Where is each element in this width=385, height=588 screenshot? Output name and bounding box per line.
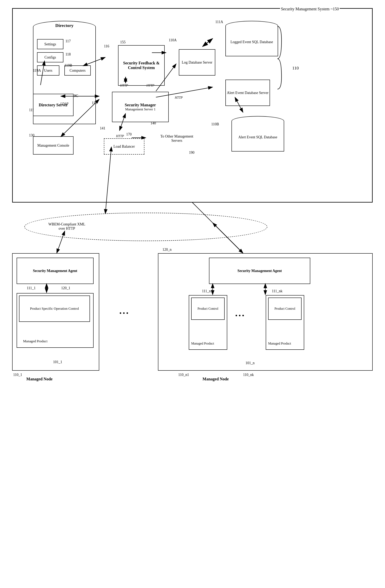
label-190: 190 — [189, 150, 194, 155]
sms-label: Security Management System ~150 — [280, 7, 340, 11]
security-manager-box: Security Manager Management Server 1 — [112, 92, 169, 122]
label-110: 110 — [292, 65, 299, 71]
label-110b: 110B — [211, 122, 219, 126]
product-control-1-outer: Product Control Managed Product — [189, 295, 227, 350]
label-118: 118 — [65, 52, 71, 57]
http4-label: HTTP — [116, 134, 124, 138]
product-control-n-outer: Product Control Managed Product — [266, 295, 304, 350]
label-101-1: 101_1 — [53, 360, 62, 364]
label-111-1: 111_1 — [27, 286, 36, 290]
label-115: 115 — [92, 101, 97, 105]
managed-product-1-label: Managed Product — [191, 342, 214, 345]
mgmt-console-box: Management Console — [33, 136, 74, 155]
label-117: 117 — [65, 39, 71, 43]
psoc-outer-box: Product Specific Operation Control Manag… — [17, 293, 94, 348]
label-120n: 120_n — [162, 248, 172, 252]
label-119b: 119B — [64, 63, 72, 68]
sfcs-box: Security Feedback & Control System — [118, 45, 165, 86]
http2-label: HTTP — [146, 84, 154, 87]
sma-left-box: Security Management Agent — [17, 258, 94, 284]
log-db-server-box: Log Database Server — [179, 49, 215, 76]
label-155: 155 — [120, 40, 125, 44]
label-120-1: 120_1 — [61, 286, 70, 290]
http1-label: HTTP — [120, 84, 128, 87]
main-system-box: Security Management System ~150 Director… — [12, 8, 373, 203]
label-116: 116 — [104, 44, 109, 48]
label-130: 130 — [29, 133, 34, 138]
managed-product-left-label: Managed Product — [23, 339, 47, 343]
http3-label: HTTP — [175, 96, 183, 100]
label-110nk: 110_nk — [243, 373, 254, 377]
logged-event-cyl-body: Logged Event SQL Database — [225, 26, 278, 56]
diagram-container: Security Management System ~150 Director… — [0, 0, 385, 588]
alert-db-server-box: Alert Event Database Server — [225, 80, 270, 106]
dots-middle: • • • — [120, 310, 128, 316]
load-balancer-box: Load Balancer — [104, 138, 144, 155]
label-110n1: 110_n1 — [178, 373, 189, 377]
label-170: 170 — [126, 132, 132, 137]
psoc-inner-box: Product Specific Operation Control — [19, 295, 90, 322]
alert-sql-cyl-body: Alert Event SQL Database — [231, 121, 284, 151]
product-control-n-box: Product Control — [268, 297, 302, 320]
product-control-1-box: Product Control — [191, 297, 224, 320]
label-110-1: 110_1 — [13, 373, 22, 377]
managed-product-n-label: Managed Product — [268, 342, 291, 345]
label-119a: 119A — [33, 68, 41, 73]
label-111a: 111A — [215, 20, 223, 24]
configs-box: Configs — [37, 52, 63, 63]
sma-right-box: Security Management Agent — [209, 258, 310, 284]
label-140: 140 — [150, 121, 156, 125]
label-111nk: 111_nk — [272, 289, 283, 293]
managed-node-left-label: Managed Node — [26, 377, 52, 381]
ldap-label: LDAP — [60, 102, 68, 105]
label-101n: 101_n — [245, 361, 255, 365]
directory-title: Directory — [55, 23, 74, 28]
managed-node-right-label: Managed Node — [203, 377, 229, 381]
settings-box: Settings — [37, 39, 63, 49]
dots-right: • • • — [235, 312, 244, 319]
to-other-text: To Other Management Servers — [159, 134, 195, 143]
managed-node-left-box: Security Management Agent 111_1 120_1 Pr… — [12, 253, 99, 371]
managed-node-right-box: 120_n Security Management Agent 111_n1 1… — [158, 253, 373, 371]
label-141: 141 — [100, 126, 105, 130]
label-110a: 110A — [169, 38, 177, 42]
label-111n1: 111_n1 — [202, 289, 213, 293]
wbem-label: WBEM-Compliant XML over HTTP — [47, 222, 87, 231]
